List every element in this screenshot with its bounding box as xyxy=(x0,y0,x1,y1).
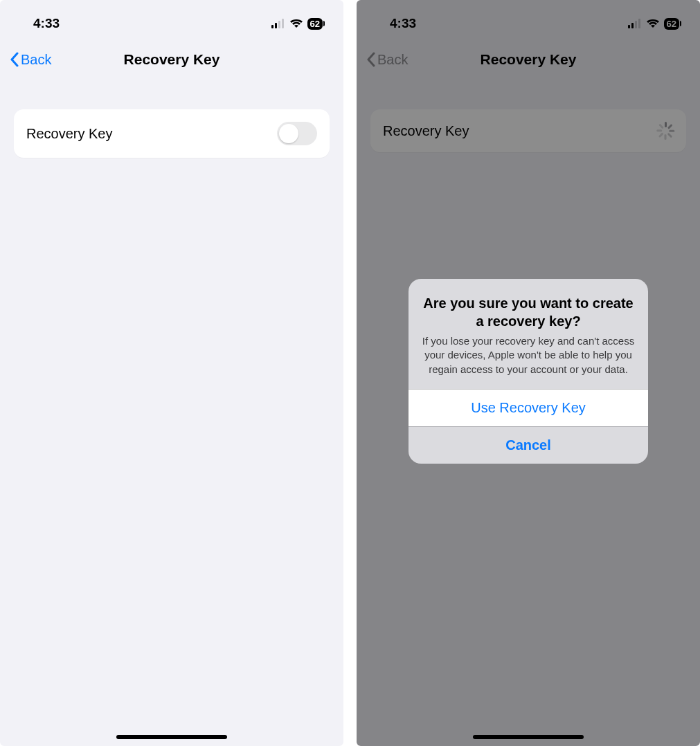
back-button[interactable]: Back xyxy=(366,52,408,68)
page-title: Recovery Key xyxy=(481,51,577,68)
page-title: Recovery Key xyxy=(124,51,220,68)
use-recovery-key-button[interactable]: Use Recovery Key xyxy=(409,389,648,426)
svg-rect-7 xyxy=(638,19,640,28)
back-label: Back xyxy=(377,52,408,68)
wifi-icon xyxy=(646,19,660,28)
home-indicator[interactable] xyxy=(116,735,227,739)
svg-rect-2 xyxy=(278,21,280,28)
svg-rect-0 xyxy=(271,25,273,28)
svg-rect-4 xyxy=(628,25,630,28)
alert-body: Are you sure you want to create a recove… xyxy=(409,279,648,389)
cellular-icon xyxy=(628,19,642,28)
screenshot-divider xyxy=(343,0,357,746)
battery-level: 62 xyxy=(664,18,679,30)
status-icons: 62 xyxy=(628,18,679,30)
recovery-key-toggle[interactable] xyxy=(277,122,317,145)
battery-level: 62 xyxy=(307,18,323,30)
nav-bar: Back Recovery Key xyxy=(0,40,343,79)
recovery-key-label: Recovery Key xyxy=(26,126,113,142)
svg-rect-1 xyxy=(275,23,277,28)
chevron-left-icon xyxy=(366,52,376,67)
status-bar: 4:33 62 xyxy=(0,0,343,37)
loading-spinner-icon xyxy=(656,122,674,140)
recovery-key-row[interactable]: Recovery Key xyxy=(370,109,686,152)
recovery-key-label: Recovery Key xyxy=(383,123,469,139)
confirm-alert: Are you sure you want to create a recove… xyxy=(409,279,648,464)
alert-title: Are you sure you want to create a recove… xyxy=(421,294,636,330)
status-time: 4:33 xyxy=(33,16,60,31)
home-indicator[interactable] xyxy=(473,735,584,739)
svg-rect-3 xyxy=(282,19,284,28)
phone-left: 4:33 62 Back Recovery Key Recovery Key xyxy=(0,0,343,746)
chevron-left-icon xyxy=(10,52,19,67)
nav-bar: Back Recovery Key xyxy=(357,40,700,79)
back-label: Back xyxy=(21,52,51,68)
wifi-icon xyxy=(289,19,303,28)
back-button[interactable]: Back xyxy=(10,52,51,68)
svg-rect-6 xyxy=(635,21,637,28)
svg-rect-5 xyxy=(631,23,634,28)
alert-message: If you lose your recovery key and can't … xyxy=(421,334,636,376)
status-bar: 4:33 62 xyxy=(357,0,700,37)
phone-right: 4:33 62 Back Recovery Key Recovery Key xyxy=(357,0,700,746)
cellular-icon xyxy=(271,19,285,28)
recovery-key-row[interactable]: Recovery Key xyxy=(14,109,330,158)
status-time: 4:33 xyxy=(390,16,416,31)
cancel-button[interactable]: Cancel xyxy=(409,426,648,464)
status-icons: 62 xyxy=(271,18,323,30)
